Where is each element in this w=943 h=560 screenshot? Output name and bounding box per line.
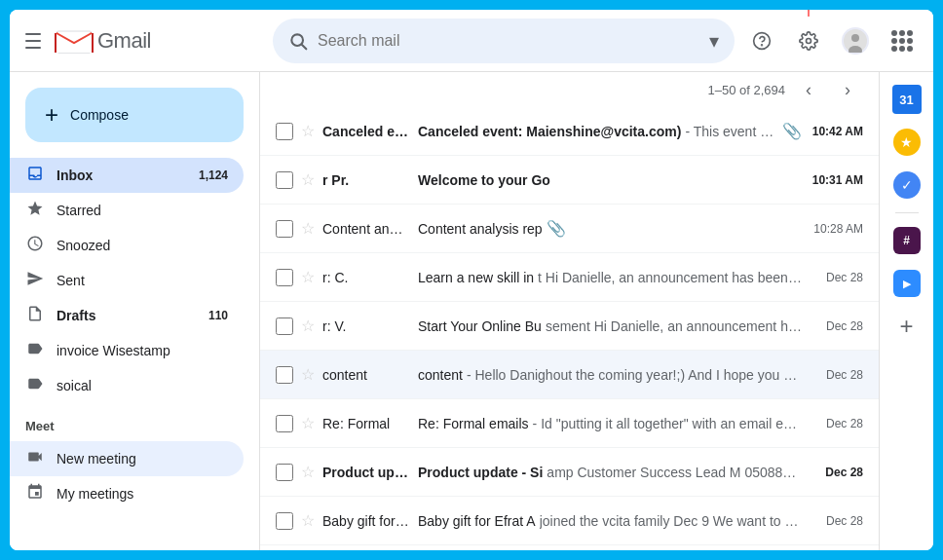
email-time: Dec 28 (810, 466, 863, 479)
search-icon (288, 31, 308, 51)
gmail-logo-text: Gmail (97, 28, 151, 54)
table-row[interactable]: ☆ Content analysis Content analysis rep … (260, 545, 879, 550)
email-checkbox[interactable] (276, 464, 293, 481)
table-row[interactable]: ☆ Product update Product update - Si amp… (260, 448, 879, 497)
email-sender: r: C. (322, 270, 410, 285)
star-toggle-icon[interactable]: ☆ (301, 219, 315, 238)
pagination-prev-button[interactable]: ‹ (793, 74, 824, 105)
email-time: 10:28 AM (810, 222, 863, 236)
email-subject: Content analysis rep (418, 221, 543, 237)
zoom-app-icon: ▶ (893, 270, 921, 297)
clock-icon (25, 235, 45, 257)
sidebar-item-invoice[interactable]: invoice Wisestamp (10, 333, 244, 368)
attachment-icon: 📎 (547, 219, 566, 238)
email-sender: Canceled event (322, 124, 410, 139)
sidebar-item-starred[interactable]: Starred (10, 193, 244, 228)
compose-button[interactable]: + Compose (25, 88, 244, 142)
table-row[interactable]: ☆ r Pr. Welcome to your Go 10:31 AM (260, 156, 879, 205)
zoom-app-button[interactable]: ▶ (887, 264, 926, 303)
keep-app-button[interactable]: ✓ (887, 166, 926, 205)
email-time: Dec 28 (810, 368, 863, 382)
star-toggle-icon[interactable]: ☆ (301, 414, 315, 432)
email-checkbox[interactable] (276, 123, 293, 140)
table-row[interactable]: ☆ r: C. Learn a new skill in t Hi Daniel… (260, 253, 879, 302)
email-snippet: t Hi Danielle, an announcement has been … (538, 270, 802, 285)
waffle-grid (891, 30, 913, 52)
sidebar-item-sent[interactable]: Sent (10, 263, 244, 298)
email-checkbox[interactable] (276, 317, 293, 335)
table-row[interactable]: ☆ r: V. Start Your Online Bu sement Hi D… (260, 302, 879, 351)
star-toggle-icon[interactable]: ☆ (301, 511, 315, 530)
soical-label: soical (57, 378, 228, 393)
svg-point-13 (851, 34, 859, 42)
table-row[interactable]: ☆ Baby gift for Efrat Baby gift for Efra… (260, 497, 879, 545)
header-right: ↑ (742, 21, 922, 60)
email-time: Dec 28 (810, 417, 863, 430)
help-icon (752, 31, 772, 51)
email-checkbox[interactable] (276, 220, 293, 238)
sidebar: + Compose Inbox 1,124 Starred (10, 72, 259, 550)
star-toggle-icon[interactable]: ☆ (301, 317, 315, 335)
sidebar-item-my-meetings[interactable]: My meetings (10, 476, 244, 511)
table-row[interactable]: ☆ content content - Hello Danighout the … (260, 351, 879, 399)
star-toggle-icon[interactable]: ☆ (301, 365, 315, 384)
avatar-icon (844, 29, 867, 53)
label-invoice-icon (25, 340, 45, 362)
email-time: Dec 28 (810, 514, 863, 528)
calendar-app-button[interactable]: 31 (887, 80, 926, 119)
account-button[interactable] (836, 21, 875, 60)
search-input[interactable] (318, 32, 699, 50)
search-dropdown-icon[interactable]: ▾ (709, 29, 719, 53)
menu-button[interactable] (21, 29, 45, 53)
email-subject: Start Your Online Bu (418, 318, 542, 334)
star-toggle-icon[interactable]: ☆ (301, 122, 315, 140)
email-checkbox[interactable] (276, 415, 293, 432)
table-row[interactable]: ☆ Content analysis Content analysis rep … (260, 205, 879, 253)
keep-app-icon: ✓ (893, 171, 921, 199)
email-checkbox[interactable] (276, 512, 293, 530)
calendar-app-icon: 31 (892, 85, 922, 114)
email-snippet: joined the vcita family Dec 9 We want to… (540, 513, 802, 529)
table-row[interactable]: ☆ Re: Formal Re: Formal emails - Id "put… (260, 399, 879, 448)
email-time: Dec 28 (810, 319, 863, 333)
apps-button[interactable] (883, 21, 922, 60)
my-meetings-label: My meetings (57, 486, 228, 502)
sidebar-item-snoozed[interactable]: Snoozed (10, 228, 244, 263)
add-app-button[interactable]: + (887, 307, 926, 346)
gmail-logo: Gmail (55, 21, 151, 60)
inbox-icon (25, 165, 45, 187)
email-content: Welcome to your Go (418, 172, 802, 188)
sidebar-item-new-meeting[interactable]: New meeting (10, 441, 244, 476)
email-subject: Learn a new skill in (418, 270, 534, 285)
email-content: Baby gift for Efrat A joined the vcita f… (418, 513, 802, 529)
sidebar-item-drafts[interactable]: Drafts 110 (10, 298, 244, 333)
star-toggle-icon[interactable]: ☆ (301, 170, 315, 189)
drafts-badge: 110 (208, 309, 228, 322)
search-bar[interactable]: ▾ (273, 19, 735, 63)
email-checkbox[interactable] (276, 269, 293, 286)
main-body: + Compose Inbox 1,124 Starred (10, 72, 933, 550)
star-toggle-icon[interactable]: ☆ (301, 463, 315, 481)
compose-label: Compose (70, 107, 129, 123)
red-arrow-indicator: ↑ (803, 10, 815, 19)
tasks-app-icon: ★ (893, 129, 921, 156)
tasks-app-button[interactable]: ★ (887, 123, 926, 162)
email-sender: r: V. (322, 318, 410, 334)
table-row[interactable]: ☆ Canceled event Canceled event: Maiensh… (260, 107, 879, 156)
star-toggle-icon[interactable]: ☆ (301, 268, 315, 286)
email-content: Start Your Online Bu sement Hi Danielle,… (418, 318, 802, 334)
slack-app-button[interactable]: # (887, 221, 926, 260)
sidebar-item-soical[interactable]: soical (10, 368, 244, 403)
email-snippet: - This event has been ca... (685, 124, 778, 139)
email-checkbox[interactable] (276, 171, 293, 189)
email-list: ☆ Canceled event Canceled event: Maiensh… (260, 107, 879, 550)
settings-button[interactable] (789, 21, 828, 60)
email-subject: Baby gift for Efrat A (418, 513, 536, 529)
email-subject: Product update - Si (418, 465, 543, 480)
pagination-next-button[interactable]: › (832, 74, 863, 105)
help-button[interactable] (742, 21, 781, 60)
sidebar-item-inbox[interactable]: Inbox 1,124 (10, 158, 244, 193)
slack-app-icon: # (893, 227, 921, 254)
email-checkbox[interactable] (276, 366, 293, 384)
email-subject: Welcome to your Go (418, 172, 550, 188)
